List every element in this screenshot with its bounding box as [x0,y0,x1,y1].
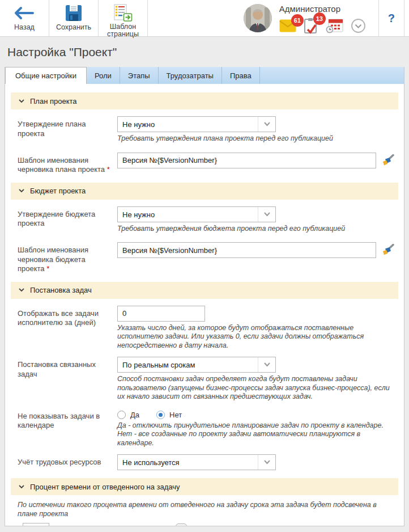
section-header-budget[interactable]: Бюджет проекта [11,183,398,200]
field-row: Постановка связанных задач По реальным с… [11,357,398,402]
mail-button[interactable]: 61 [279,19,296,35]
field-row: Утверждение плана проекта Не нужно Требо… [11,116,398,143]
hide-calendar-radio-no[interactable] [156,411,165,419]
chevron-down-icon [19,288,24,292]
tasks-days-input[interactable] [117,306,205,322]
field-row: Шаблон именования черновика бюджета прое… [11,242,398,274]
section-header-time-percent[interactable]: Процент времени от отведенного на задачу [11,478,398,495]
chevron-down-icon[interactable] [258,117,275,132]
title-band: Настройка "Проект" [0,37,409,67]
section-header-plan[interactable]: План проекта [11,92,398,109]
section-title: Бюджет проекта [30,187,86,195]
field-hint: Указать число дней, за которое будут ото… [117,324,392,351]
select-value: По реальным срокам [118,357,258,372]
field-hint: Требовать утверждения плана проекта пере… [117,134,333,143]
plan-approval-select[interactable]: Не нужно [117,116,276,132]
toolbar-divider [147,0,148,36]
field-row: Утверждение бюджета проекта Не нужно Тре… [11,206,398,234]
field-row: Шаблон именования черновика плана проект… [11,153,398,175]
chevron-down-circle-icon [351,18,366,33]
brush-icon [381,244,394,256]
user-avatar[interactable] [244,4,272,32]
tab-rights[interactable]: Права [222,67,260,84]
plan-template-input[interactable] [117,153,376,168]
chevron-down-icon[interactable] [258,357,275,372]
plan-approval-label: Утверждение плана проекта [18,116,113,138]
approvals-badge: 13 [313,12,326,25]
tab-labor-costs[interactable]: Трудозатраты [159,67,222,84]
field-hint: По истечении такого процента времени от … [18,501,397,518]
template-brush-button[interactable] [381,154,394,169]
back-button[interactable]: Назад [0,0,49,36]
back-button-label: Назад [14,24,35,31]
tab-general-settings[interactable]: Общие настройки [5,67,87,84]
select-value: Не используется [118,455,258,470]
page-title: Настройка "Проект" [7,45,117,59]
field-row: Учёт трудовых ресурсов Не используется [11,454,398,470]
labor-resources-select[interactable]: Не используется [117,454,276,470]
hide-calendar-radio-group: Да Нет [117,408,392,419]
select-value: Не нужно [118,117,258,132]
select-value: Не нужно [118,207,258,222]
hide-calendar-label: Не показывать задачи в календаре [18,408,113,430]
chevron-down-icon[interactable] [258,207,275,222]
linked-tasks-select[interactable]: По реальным срокам [117,357,276,373]
brush-icon [381,154,394,167]
budget-approval-select[interactable]: Не нужно [117,206,276,222]
help-button[interactable]: ? [379,12,404,25]
field-row: Не показывать задачи в календаре Да Нет … [11,408,398,448]
tab-stages[interactable]: Этапы [120,67,159,84]
floppy-disk-icon [65,4,82,22]
radio-label-yes[interactable]: Да [130,411,139,419]
back-arrow-icon [14,4,35,22]
page-template-button[interactable]: Шаблон страницы [99,0,147,36]
settings-panel: Общие настройки Роли Этапы Трудозатраты … [5,67,404,526]
approvals-button[interactable]: 13 [304,18,318,36]
tab-content: План проекта Утверждение плана проекта Н… [5,92,404,526]
save-button[interactable]: Сохранить [49,0,98,36]
chevron-down-icon[interactable] [258,455,275,470]
linked-tasks-label: Постановка связанных задач [18,357,113,379]
section-title: Процент времени от отведенного на задачу [30,483,180,491]
field-hint: Требовать утверждения бюджета проекта пе… [117,225,345,234]
field-hint: Да - отключить принудительное планирован… [117,421,392,448]
page-template-icon [114,4,133,22]
user-name[interactable]: Администратор [279,4,340,14]
footer-strip [0,526,409,532]
hide-calendar-radio-yes[interactable] [117,411,126,419]
chevron-down-icon [19,485,24,489]
template-brush-button[interactable] [381,244,394,259]
required-mark: * [107,165,110,174]
tasks-days-label: Отображать все задачи исполнителю за (дн… [18,306,113,328]
toolbar-divider [404,0,404,37]
calendar-clock-icon [326,18,343,33]
labor-resources-label: Учёт трудовых ресурсов [18,454,113,467]
user-menu-chevron-button[interactable] [351,18,366,36]
mail-badge: 61 [291,14,304,27]
chevron-down-icon [19,189,24,193]
budget-approval-label: Утверждение бюджета проекта [18,206,113,229]
section-title: План проекта [30,97,77,105]
tab-bar: Общие настройки Роли Этапы Трудозатраты … [5,67,404,84]
calendar-button[interactable] [326,18,343,36]
toolbar: Назад Сохранить [0,0,409,37]
field-row: Отображать все задачи исполнителю за (дн… [11,306,398,351]
required-mark: * [46,264,49,273]
section-title: Постановка задач [30,286,92,294]
field-hint: Способ постановки задач определяет когда… [117,375,392,402]
save-button-label: Сохранить [56,24,91,31]
budget-template-label: Шаблон именования черновика бюджета прое… [18,242,113,274]
page-template-button-label: Шаблон страницы [104,23,142,38]
plan-template-label: Шаблон именования черновика плана проект… [18,153,113,175]
radio-label-no[interactable]: Нет [169,411,182,419]
tab-roles[interactable]: Роли [87,67,120,84]
section-header-tasks[interactable]: Постановка задач [11,282,398,299]
chevron-down-icon [19,99,24,103]
budget-template-input[interactable] [117,242,376,258]
